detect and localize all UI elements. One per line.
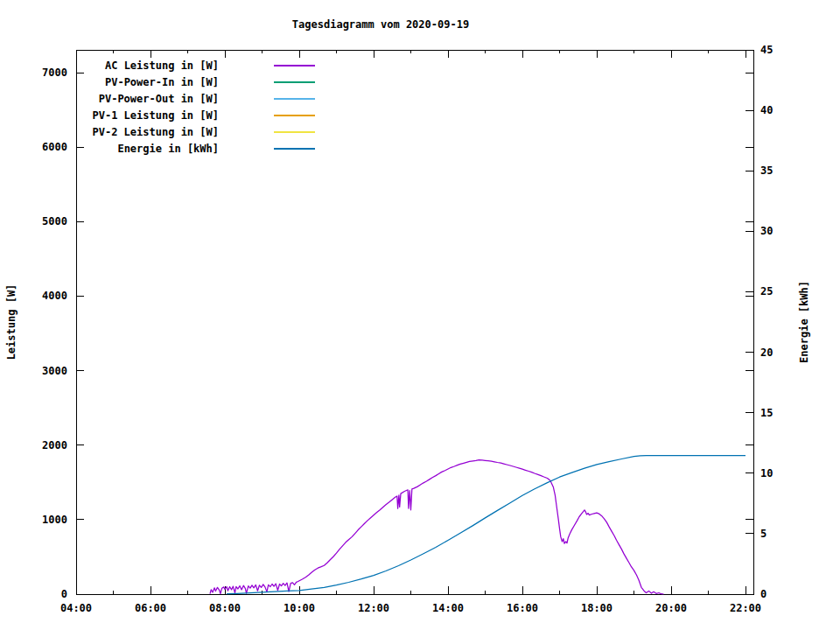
y-right-tick-label: 0 [760, 588, 766, 600]
y-right-tick-label: 5 [760, 528, 766, 540]
x-tick-label: 04:00 [60, 602, 92, 614]
y-left-tick-label: 2000 [42, 439, 67, 452]
y-left-tick-label: 0 [61, 588, 67, 600]
legend: AC Leistung in [W]PV-Power-In in [W]PV-P… [26, 57, 315, 157]
x-tick-label: 10:00 [284, 602, 315, 614]
y-right-tick-label: 30 [760, 225, 773, 237]
legend-item: PV-Power-In in [W] [26, 74, 315, 90]
series-energie-in-kwh [227, 456, 746, 594]
y-right-tick-label: 20 [760, 346, 773, 359]
legend-item: PV-2 Leistung in [W] [26, 123, 315, 140]
legend-line-sample [274, 98, 315, 100]
legend-item: Energie in [kWh] [26, 140, 315, 157]
legend-line-sample [274, 115, 315, 116]
legend-line-sample [274, 81, 315, 83]
y-right-tick-label: 15 [760, 407, 773, 419]
x-tick-label: 18:00 [581, 602, 612, 614]
y-right-tick-label: 25 [760, 285, 773, 298]
legend-label: PV-Power-In in [W] [26, 76, 219, 88]
legend-line-sample [274, 131, 315, 133]
y-right-tick-label: 40 [760, 104, 773, 116]
legend-label: Energie in [kWh] [26, 143, 219, 155]
legend-label: PV-Power-Out in [W] [26, 93, 219, 105]
y-right-tick-label: 10 [760, 467, 773, 480]
legend-line-sample [274, 148, 315, 150]
x-tick-label: 06:00 [135, 602, 166, 614]
legend-item: PV-Power-Out in [W] [26, 90, 315, 107]
y-left-tick-label: 4000 [42, 290, 67, 302]
x-tick-label: 22:00 [730, 602, 761, 614]
y-left-tick-label: 3000 [42, 365, 67, 377]
y-left-tick-label: 5000 [42, 215, 67, 228]
x-tick-label: 12:00 [358, 602, 389, 614]
legend-label: PV-1 Leistung in [W] [26, 109, 219, 122]
legend-label: PV-2 Leistung in [W] [26, 126, 219, 138]
x-tick-label: 20:00 [655, 602, 687, 614]
legend-item: PV-1 Leistung in [W] [26, 107, 315, 123]
y-left-tick-label: 1000 [42, 514, 67, 526]
y-right-tick-label: 45 [760, 44, 773, 56]
legend-line-sample [274, 65, 315, 66]
legend-item: AC Leistung in [W] [26, 57, 315, 74]
x-tick-label: 08:00 [209, 602, 241, 614]
legend-label: AC Leistung in [W] [26, 60, 219, 72]
series-ac-leistung-in-w [210, 460, 664, 594]
y-right-tick-label: 35 [760, 164, 773, 177]
x-tick-label: 16:00 [507, 602, 538, 614]
x-tick-label: 14:00 [432, 602, 464, 614]
chart-canvas: Tagesdiagramm vom 2020-09-19 Leistung [W… [0, 0, 840, 630]
